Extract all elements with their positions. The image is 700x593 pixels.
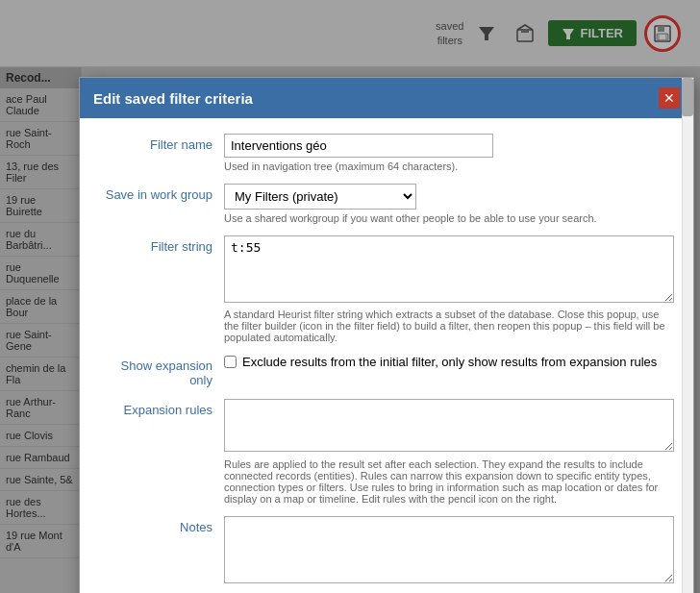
- show-expansion-checkbox-row: Exclude results from the initial filter,…: [224, 355, 674, 369]
- filter-string-hint: A standard Heurist filter string which e…: [224, 309, 674, 343]
- notes-row: Notes: [99, 516, 674, 586]
- show-expansion-hint: Exclude results from the initial filter,…: [242, 355, 657, 369]
- notes-textarea[interactable]: [224, 516, 674, 583]
- workgroup-select-wrap: My Filters (private): [224, 184, 674, 210]
- save-workgroup-label: Save in work group: [99, 184, 224, 202]
- filter-name-content: Used in navigation tree (maximum 64 char…: [224, 134, 674, 172]
- show-expansion-row: Show expansion only Exclude results from…: [99, 355, 674, 387]
- show-expansion-label: Show expansion only: [99, 355, 224, 387]
- scrollbar-thumb: [682, 78, 693, 116]
- expansion-rules-hint: Rules are applied to the result set afte…: [224, 458, 674, 505]
- filter-string-content: t:55 A standard Heurist filter string wh…: [224, 235, 674, 343]
- show-expansion-checkbox[interactable]: [224, 356, 237, 368]
- expansion-rules-label: Expansion rules: [99, 399, 224, 417]
- filter-name-input[interactable]: [224, 134, 493, 158]
- edit-filter-modal: Edit saved filter criteria ✕ Filter name…: [79, 77, 694, 593]
- save-workgroup-content: My Filters (private) Use a shared workgr…: [224, 184, 674, 224]
- filter-name-hint: Used in navigation tree (maximum 64 char…: [224, 161, 674, 172]
- expansion-rules-row: Expansion rules ✏ ✕ Rules are applied to…: [99, 399, 674, 505]
- filter-name-row: Filter name Used in navigation tree (max…: [99, 134, 674, 172]
- show-expansion-content: Exclude results from the initial filter,…: [224, 355, 674, 369]
- filter-string-textarea[interactable]: t:55: [224, 235, 674, 303]
- modal-header: Edit saved filter criteria ✕: [80, 78, 693, 118]
- workgroup-select[interactable]: My Filters (private): [224, 184, 416, 210]
- modal-body: Filter name Used in navigation tree (max…: [80, 118, 693, 593]
- modal-scrollbar[interactable]: [682, 78, 693, 593]
- save-workgroup-hint: Use a shared workgroup if you want other…: [224, 212, 674, 224]
- modal-close-button[interactable]: ✕: [659, 87, 680, 109]
- expansion-rules-area: ✏ ✕: [224, 399, 674, 455]
- notes-content: [224, 516, 674, 586]
- expansion-rules-textarea[interactable]: [224, 399, 674, 452]
- filter-string-label: Filter string: [99, 235, 224, 254]
- modal-title: Edit saved filter criteria: [93, 90, 253, 107]
- filter-string-row: Filter string t:55 A standard Heurist fi…: [99, 235, 674, 343]
- save-workgroup-row: Save in work group My Filters (private) …: [99, 184, 674, 224]
- expansion-rules-content: ✏ ✕ Rules are applied to the result set …: [224, 399, 674, 505]
- filter-name-label: Filter name: [99, 134, 224, 152]
- notes-label: Notes: [99, 516, 224, 534]
